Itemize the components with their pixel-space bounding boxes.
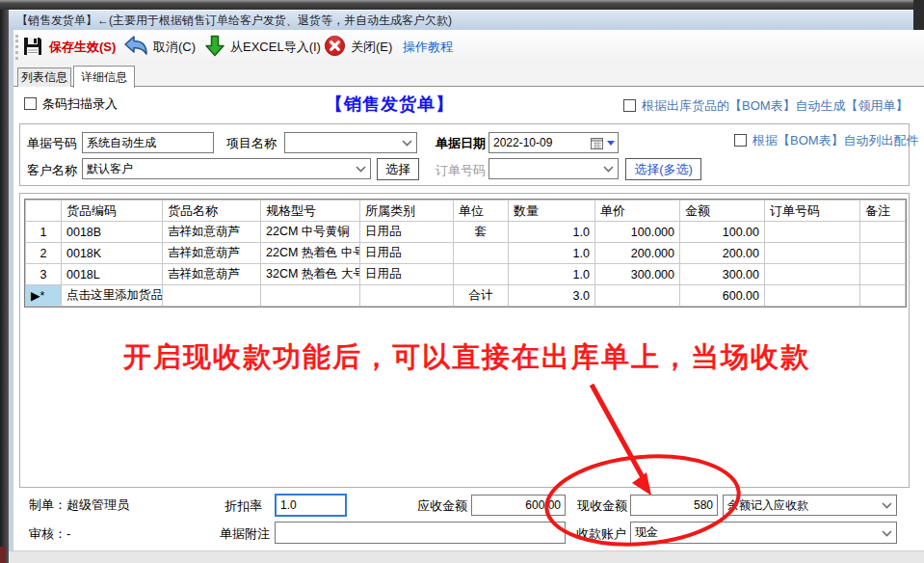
window-frame-right	[913, 0, 924, 30]
cell-amount[interactable]: 200.00	[680, 243, 765, 264]
empty-cell	[261, 285, 360, 307]
tab-detail-info[interactable]: 详细信息	[73, 66, 135, 88]
cancel-button[interactable]: 取消(C)	[123, 30, 196, 65]
creator-label: 制单：超级管理员	[29, 497, 129, 513]
cell-order[interactable]	[765, 222, 860, 243]
cell-category[interactable]: 日用品	[360, 243, 454, 264]
receivable-input[interactable]: 600.00	[471, 495, 566, 516]
empty-cell	[595, 285, 680, 307]
barcode-scan-checkbox[interactable]	[24, 97, 37, 110]
select-customer-button[interactable]: 选择	[377, 158, 419, 180]
bom-list-checkbox[interactable]	[734, 134, 747, 147]
cell-rownum: 2	[26, 243, 62, 264]
cell-note[interactable]	[860, 222, 906, 243]
excel-import-button[interactable]: 从EXCEL导入(I)	[204, 30, 321, 65]
cell-category[interactable]: 日用品	[360, 222, 454, 243]
table-row: 1 0018B 吉祥如意葫芦 22CM 中号黄铜 日用品 套 1.0 100.0…	[26, 222, 906, 243]
cell-name[interactable]: 吉祥如意葫芦	[163, 222, 261, 243]
add-item-hint-cell[interactable]: 点击这里添加货品	[62, 285, 163, 307]
account-value: 现金	[635, 524, 658, 541]
cell-unit[interactable]	[454, 243, 509, 264]
cell-name[interactable]: 吉祥如意葫芦	[163, 243, 261, 264]
cell-code[interactable]: 0018K	[62, 243, 163, 264]
doc-note-input[interactable]	[275, 522, 566, 544]
date-dropdown-icon	[607, 141, 615, 146]
col-header-name: 货品名称	[163, 201, 261, 222]
save-button[interactable]: 保存生效(S)	[21, 30, 116, 65]
cell-qty[interactable]: 1.0	[509, 264, 595, 285]
col-header-rownum	[26, 201, 62, 222]
status-bar	[9, 550, 924, 563]
close-button[interactable]: 关闭(E)	[324, 30, 392, 65]
window-frame-corner	[0, 547, 6, 563]
cell-name[interactable]: 吉祥如意葫芦	[163, 264, 261, 285]
window-title: 【销售发货单】←(主要用于根据销售订单给客户发货、退货等，并自动生成客户欠款)	[9, 10, 913, 30]
barcode-scan-label: 条码扫描录入	[42, 96, 118, 112]
cell-unit[interactable]: 套	[454, 222, 509, 243]
toolbar: 保存生效(S) 取消(C) 从EXCEL导入(I)	[13, 30, 924, 65]
cell-order[interactable]	[765, 243, 860, 264]
new-row-marker: ▶*	[26, 285, 62, 307]
doc-date-picker[interactable]: 2022-10-09	[488, 132, 619, 153]
cell-amount[interactable]: 300.00	[680, 264, 765, 285]
tutorial-link[interactable]: 操作教程	[403, 30, 453, 65]
cell-amount[interactable]: 100.00	[680, 222, 765, 243]
cell-spec[interactable]: 22CM 中号黄铜	[261, 222, 360, 243]
bom-list-label: 根据【BOM表】自动列出配件	[752, 133, 919, 148]
chevron-down-icon	[356, 166, 366, 173]
total-qty-cell: 3.0	[509, 285, 595, 307]
cell-note[interactable]	[860, 264, 906, 285]
cell-unit[interactable]	[454, 264, 509, 285]
undo-arrow-icon	[123, 36, 148, 60]
cancel-button-label: 取消(C)	[153, 30, 196, 65]
customer-combobox[interactable]: 默认客户	[82, 158, 371, 179]
grid-header-row: 货品编码 货品名称 规格型号 所属类别 单位 数量 单价 金额 订单号码 备注	[26, 201, 906, 222]
cell-spec[interactable]: 32CM 热着色 大号	[261, 264, 360, 285]
project-label: 项目名称	[226, 136, 277, 151]
col-header-order: 订单号码	[765, 201, 860, 222]
save-button-label: 保存生效(S)	[49, 30, 116, 65]
receivable-label: 应收金额	[417, 498, 467, 514]
col-header-spec: 规格型号	[261, 201, 360, 222]
cell-price[interactable]: 200.000	[595, 243, 680, 264]
account-combobox[interactable]: 现金	[630, 522, 897, 544]
cell-note[interactable]	[860, 243, 906, 264]
customer-value: 默认客户	[87, 161, 133, 177]
tab-list-info[interactable]: 列表信息	[17, 67, 71, 87]
cell-qty[interactable]: 1.0	[509, 222, 595, 243]
chevron-down-icon	[882, 502, 892, 509]
col-header-qty: 数量	[509, 201, 595, 222]
cell-qty[interactable]: 1.0	[509, 243, 595, 264]
order-no-combobox[interactable]	[488, 158, 619, 179]
multi-select-button[interactable]: 选择(多选)	[625, 158, 701, 180]
empty-cell	[860, 285, 906, 307]
discount-input[interactable]: 1.0	[275, 494, 347, 517]
annotation-text: 开启现收款功能后，可以直接在出库单上，当场收款	[123, 338, 810, 377]
balance-option-combobox[interactable]: 余额记入应收款	[723, 495, 897, 516]
col-header-category: 所属类别	[360, 201, 454, 222]
received-label: 现收金额	[577, 498, 627, 514]
doc-date-label: 单据日期	[436, 136, 486, 151]
cell-price[interactable]: 100.000	[595, 222, 680, 243]
tab-strip	[13, 65, 924, 87]
project-combobox[interactable]	[284, 132, 417, 153]
doc-no-input[interactable]: 系统自动生成	[82, 132, 214, 153]
cell-order[interactable]	[765, 264, 860, 285]
received-input[interactable]: 580	[630, 495, 718, 516]
tutorial-link-label: 操作教程	[403, 30, 453, 65]
empty-cell	[765, 285, 860, 307]
doc-date-value: 2022-10-09	[493, 136, 552, 149]
total-amount-cell: 600.00	[680, 285, 765, 307]
cell-spec[interactable]: 22CM 热着色 中号	[261, 243, 360, 264]
app-window: 【销售发货单】←(主要用于根据销售订单给客户发货、退货等，并自动生成客户欠款) …	[0, 0, 924, 563]
col-header-code: 货品编码	[62, 201, 163, 222]
cell-price[interactable]: 300.000	[595, 264, 680, 285]
doc-no-label: 单据号码	[27, 136, 77, 151]
cell-code[interactable]: 0018L	[62, 264, 163, 285]
cell-category[interactable]: 日用品	[360, 264, 454, 285]
bom-generate-checkbox[interactable]	[623, 99, 636, 112]
add-item-row: ▶* 点击这里添加货品 合计 3.0 600.00	[26, 285, 906, 307]
col-header-amount: 金额	[680, 201, 765, 222]
total-label-cell: 合计	[454, 285, 509, 307]
cell-code[interactable]: 0018B	[62, 222, 163, 243]
